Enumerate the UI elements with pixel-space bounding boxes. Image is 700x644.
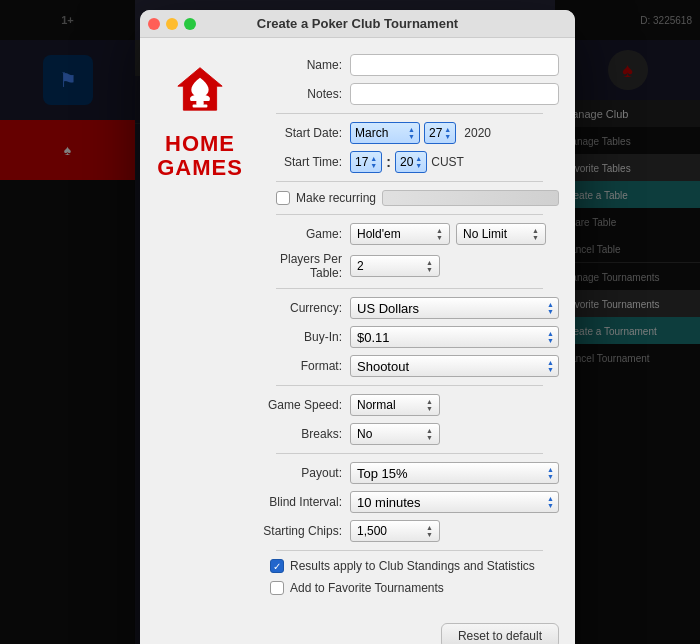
- game-label: Game:: [260, 227, 350, 241]
- blind-interval-label: Blind Interval:: [260, 495, 350, 509]
- favorite-row: Add to Favorite Tournaments: [260, 581, 559, 595]
- game-group: Hold'em ▲ ▼ No Limit ▲ ▼: [350, 223, 546, 245]
- start-date-label: Start Date:: [260, 126, 350, 140]
- start-date-row: Start Date: March ▲ ▼ 27 ▲ ▼: [260, 122, 559, 144]
- payout-select[interactable]: Top 15% ▲ ▼: [350, 462, 559, 484]
- recurring-bar: [382, 190, 559, 206]
- traffic-lights: [148, 18, 196, 30]
- divider-6: [276, 453, 543, 454]
- breaks-row: Breaks: No ▲ ▼: [260, 423, 559, 445]
- format-row: Format: Shootout ▲ ▼: [260, 355, 559, 377]
- modal-form: Name: Notes: Start Date: March ▲ ▼: [260, 54, 575, 603]
- make-recurring-label: Make recurring: [296, 191, 376, 205]
- time-colon: :: [386, 154, 391, 170]
- divider-4: [276, 288, 543, 289]
- players-per-table-label: Players Per Table:: [260, 252, 350, 280]
- results-label: Results apply to Club Standings and Stat…: [290, 559, 535, 573]
- payout-row: Payout: Top 15% ▲ ▼: [260, 462, 559, 484]
- players-per-table-row: Players Per Table: 2 ▲ ▼: [260, 252, 559, 280]
- close-button[interactable]: [148, 18, 160, 30]
- starting-chips-arrows: ▲ ▼: [426, 524, 433, 538]
- currency-select[interactable]: US Dollars ▲ ▼: [350, 297, 559, 319]
- make-recurring-row: Make recurring: [276, 190, 559, 206]
- modal-footer: Reset to default Create Tournament Cance…: [140, 613, 575, 644]
- game-limit-value: No Limit: [463, 227, 507, 241]
- footer-row1: Reset to default: [156, 623, 559, 644]
- favorite-label: Add to Favorite Tournaments: [290, 581, 444, 595]
- name-row: Name:: [260, 54, 559, 76]
- minute-value: 20: [400, 155, 413, 169]
- results-row: ✓ Results apply to Club Standings and St…: [260, 559, 559, 573]
- buyin-label: Buy-In:: [260, 330, 350, 344]
- blind-interval-arrows: ▲ ▼: [547, 495, 554, 509]
- game-limit-select[interactable]: No Limit ▲ ▼: [456, 223, 546, 245]
- game-speed-select[interactable]: Normal ▲ ▼: [350, 394, 440, 416]
- svg-rect-2: [193, 105, 208, 108]
- starting-chips-value: 1,500: [357, 524, 387, 538]
- time-group: 17 ▲ ▼ : 20 ▲ ▼ CUST: [350, 151, 464, 173]
- breaks-arrows: ▲ ▼: [426, 427, 433, 441]
- players-per-table-select[interactable]: 2 ▲ ▼: [350, 255, 440, 277]
- reset-button[interactable]: Reset to default: [441, 623, 559, 644]
- day-value: 27: [429, 126, 442, 140]
- currency-value: US Dollars: [357, 301, 419, 316]
- divider-3: [276, 214, 543, 215]
- hour-value: 17: [355, 155, 368, 169]
- breaks-value: No: [357, 427, 372, 441]
- blind-interval-value: 10 minutes: [357, 495, 421, 510]
- divider-2: [276, 181, 543, 182]
- make-recurring-checkbox[interactable]: [276, 191, 290, 205]
- month-select[interactable]: March ▲ ▼: [350, 122, 420, 144]
- timezone-value: CUST: [431, 155, 464, 169]
- breaks-label: Breaks:: [260, 427, 350, 441]
- currency-label: Currency:: [260, 301, 350, 315]
- currency-arrows: ▲ ▼: [547, 301, 554, 315]
- maximize-button[interactable]: [184, 18, 196, 30]
- buyin-select[interactable]: $0.11 ▲ ▼: [350, 326, 559, 348]
- payout-value: Top 15%: [357, 466, 408, 481]
- starting-chips-label: Starting Chips:: [260, 524, 350, 538]
- start-time-row: Start Time: 17 ▲ ▼ : 20 ▲ ▼: [260, 151, 559, 173]
- breaks-select[interactable]: No ▲ ▼: [350, 423, 440, 445]
- format-select[interactable]: Shootout ▲ ▼: [350, 355, 559, 377]
- game-limit-arrows: ▲ ▼: [532, 227, 539, 241]
- players-per-table-value: 2: [357, 259, 364, 273]
- format-label: Format:: [260, 359, 350, 373]
- players-arrows: ▲ ▼: [426, 259, 433, 273]
- name-label: Name:: [260, 58, 350, 72]
- day-select[interactable]: 27 ▲ ▼: [424, 122, 456, 144]
- modal-title: Create a Poker Club Tournament: [257, 16, 458, 31]
- game-type-value: Hold'em: [357, 227, 401, 241]
- year-value: 2020: [464, 126, 491, 140]
- month-arrows: ▲ ▼: [408, 126, 415, 140]
- divider-1: [276, 113, 543, 114]
- divider-5: [276, 385, 543, 386]
- starting-chips-select[interactable]: 1,500 ▲ ▼: [350, 520, 440, 542]
- name-input[interactable]: [350, 54, 559, 76]
- game-speed-row: Game Speed: Normal ▲ ▼: [260, 394, 559, 416]
- results-checkbox[interactable]: ✓: [270, 559, 284, 573]
- modal-titlebar: Create a Poker Club Tournament: [140, 10, 575, 38]
- game-type-select[interactable]: Hold'em ▲ ▼: [350, 223, 450, 245]
- buyin-arrows: ▲ ▼: [547, 330, 554, 344]
- minimize-button[interactable]: [166, 18, 178, 30]
- divider-7: [276, 550, 543, 551]
- game-type-arrows: ▲ ▼: [436, 227, 443, 241]
- starting-chips-row: Starting Chips: 1,500 ▲ ▼: [260, 520, 559, 542]
- payout-arrows: ▲ ▼: [547, 466, 554, 480]
- start-time-label: Start Time:: [260, 155, 350, 169]
- minute-select[interactable]: 20 ▲ ▼: [395, 151, 427, 173]
- format-arrows: ▲ ▼: [547, 359, 554, 373]
- date-group: March ▲ ▼ 27 ▲ ▼ 2020: [350, 122, 491, 144]
- notes-input[interactable]: [350, 83, 559, 105]
- hour-select[interactable]: 17 ▲ ▼: [350, 151, 382, 173]
- buyin-row: Buy-In: $0.11 ▲ ▼: [260, 326, 559, 348]
- modal-body: HOMEGAMES Name: Notes: Start Date: March: [140, 38, 575, 613]
- favorite-checkbox[interactable]: [270, 581, 284, 595]
- home-games-text: HOMEGAMES: [157, 132, 243, 180]
- minute-arrows: ▲ ▼: [415, 155, 422, 169]
- currency-row: Currency: US Dollars ▲ ▼: [260, 297, 559, 319]
- game-speed-arrows: ▲ ▼: [426, 398, 433, 412]
- blind-interval-select[interactable]: 10 minutes ▲ ▼: [350, 491, 559, 513]
- notes-row: Notes:: [260, 83, 559, 105]
